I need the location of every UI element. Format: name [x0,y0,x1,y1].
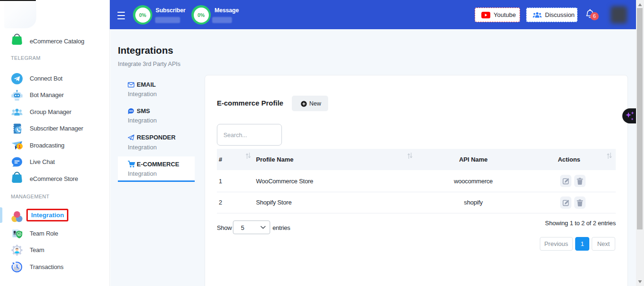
svg-text:SMS: SMS [129,110,133,112]
svg-text:1: 1 [18,144,21,149]
